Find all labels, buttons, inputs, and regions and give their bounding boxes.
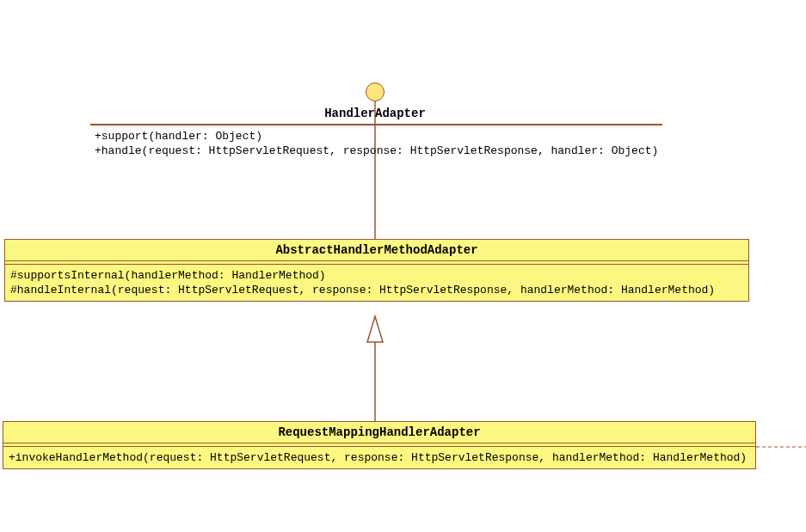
interface-lollipop-circle: [366, 83, 385, 101]
abstract-class-methods: #supportsInternal(handlerMethod: Handler…: [5, 265, 748, 301]
concrete-class-title: RequestMappingHandlerAdapter: [3, 422, 755, 443]
interface-method-1: +handle(request: HttpServletRequest, res…: [95, 144, 662, 158]
uml-class-diagram: HandlerAdapter +support(handler: Object)…: [0, 0, 806, 532]
interface-methods: +support(handler: Object) +handle(reques…: [95, 129, 662, 158]
interface-divider: [90, 124, 662, 125]
generalization-arrowhead: [367, 316, 383, 342]
abstract-class-method-0: #supportsInternal(handlerMethod: Handler…: [10, 268, 743, 283]
interface-title: HandlerAdapter: [0, 107, 750, 120]
abstract-class-method-1: #handleInternal(request: HttpServletRequ…: [10, 283, 743, 297]
abstract-class-title: AbstractHandlerMethodAdapter: [5, 240, 748, 261]
concrete-class-box: RequestMappingHandlerAdapter +invokeHand…: [3, 421, 756, 469]
abstract-class-box: AbstractHandlerMethodAdapter #supportsIn…: [4, 239, 749, 302]
concrete-class-methods: +invokeHandlerMethod(request: HttpServle…: [3, 447, 755, 468]
concrete-class-method-0: +invokeHandlerMethod(request: HttpServle…: [9, 450, 750, 465]
interface-method-0: +support(handler: Object): [95, 129, 662, 144]
